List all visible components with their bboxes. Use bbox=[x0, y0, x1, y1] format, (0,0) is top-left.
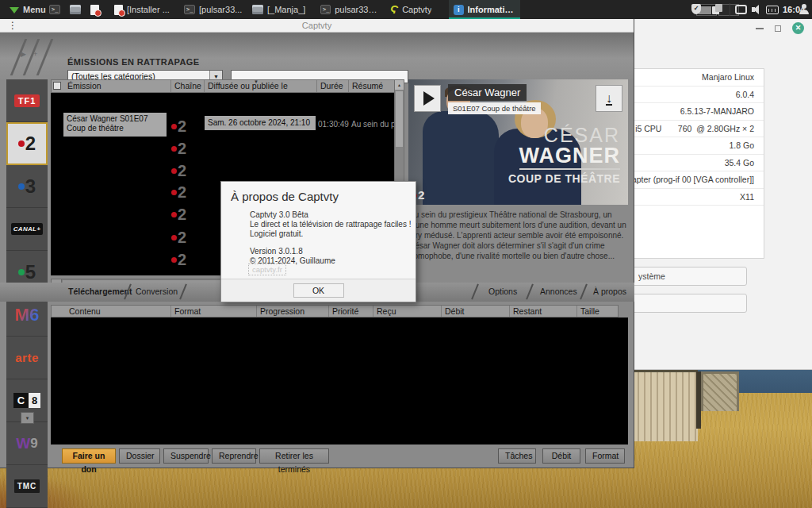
terminal-icon: >_ bbox=[320, 5, 331, 14]
shield-check-icon[interactable]: ✓ bbox=[691, 4, 701, 14]
channel-france2[interactable]: 2 bbox=[6, 122, 48, 165]
tab-conversion[interactable]: Conversion bbox=[136, 287, 178, 296]
tab-a-propos[interactable]: À propos bbox=[593, 287, 626, 296]
menu-label: Menu bbox=[23, 5, 46, 14]
dossier-button[interactable]: Dossier bbox=[119, 448, 160, 464]
channel-scroll-down-icon[interactable]: ▼ bbox=[21, 412, 34, 424]
show-list-header: Émission Chaîne Diffusée ou publiée le ▼… bbox=[51, 79, 404, 93]
column-priorite[interactable]: Priorité bbox=[328, 306, 373, 317]
channel-arte[interactable]: arte bbox=[6, 337, 48, 379]
tab-annonces[interactable]: Annonces bbox=[540, 287, 577, 296]
suspendre-button[interactable]: Suspendre bbox=[163, 448, 209, 464]
channel-w9[interactable]: W9 bbox=[6, 422, 48, 465]
column-contenu[interactable]: Contenu bbox=[66, 306, 170, 317]
downloads-list[interactable] bbox=[51, 318, 628, 444]
tab-options[interactable]: Options bbox=[488, 287, 517, 296]
volume-icon[interactable] bbox=[752, 5, 763, 14]
about-tagline: Le direct et la télévision de rattrapage… bbox=[250, 220, 411, 229]
plus-glyph-icon: + bbox=[33, 50, 37, 58]
show-title[interactable]: César Wagner S01E07 Coup de théâtre bbox=[63, 113, 167, 137]
m6-logo: M6 bbox=[15, 305, 40, 325]
close-button[interactable]: ✕ bbox=[792, 22, 804, 34]
scroll-up-icon[interactable]: ▲ bbox=[395, 80, 404, 90]
shed-wall bbox=[633, 370, 698, 441]
select-all-checkbox[interactable] bbox=[53, 82, 61, 90]
minimize-button[interactable] bbox=[756, 28, 764, 29]
dialog-title: À propos de Captvty bbox=[231, 190, 339, 203]
column-emission[interactable]: Émission bbox=[64, 80, 170, 92]
sort-icon: ▼ bbox=[254, 79, 259, 84]
channel-canalplus[interactable]: CANAL+ bbox=[6, 208, 48, 251]
restore-button[interactable] bbox=[775, 25, 781, 32]
table-row: 35.4 Go bbox=[634, 155, 764, 172]
france2-row-logo: 2 bbox=[171, 140, 186, 156]
task-pulsar-2[interactable]: >_ pulsar33@... bbox=[316, 0, 385, 19]
captvty-link[interactable]: captvty.fr bbox=[248, 264, 286, 275]
launcher-terminal[interactable]: >_ bbox=[44, 0, 65, 19]
tab-telechargement[interactable]: Téléchargement bbox=[68, 287, 132, 296]
play-icon bbox=[423, 91, 435, 106]
task-captvty[interactable]: Ϛ Captvty bbox=[385, 0, 446, 19]
file-manager-icon bbox=[252, 5, 263, 14]
show-duration: 01:30:49 bbox=[318, 120, 351, 129]
column-taille[interactable]: Taille bbox=[576, 306, 618, 317]
download-button[interactable]: ↓ bbox=[596, 85, 622, 112]
launcher-files[interactable] bbox=[65, 0, 86, 19]
terminal-icon: >_ bbox=[49, 5, 60, 14]
task-installer[interactable]: [Installer ... bbox=[109, 0, 179, 19]
scrollbar-thumb[interactable] bbox=[396, 91, 403, 147]
column-restant[interactable]: Restant bbox=[509, 306, 576, 317]
c8-logo: C bbox=[13, 393, 29, 408]
france3-logo: 3 bbox=[18, 177, 36, 196]
format-button[interactable]: Format bbox=[585, 448, 625, 464]
task-information[interactable]: i Informatio... bbox=[449, 0, 520, 19]
preview-title: César Wagner bbox=[448, 84, 527, 101]
preview-subtitle: S01E07 Coup de théâtre bbox=[448, 102, 541, 114]
taskbar: Menu >_ [Installer ... >_ [pulsar33... [… bbox=[0, 0, 812, 19]
reprendre-button[interactable]: Reprendre bbox=[212, 448, 256, 464]
column-chaine[interactable]: Chaîne bbox=[170, 80, 204, 92]
captvty-task-icon: Ϛ bbox=[390, 4, 398, 15]
channel-france3[interactable]: 3 bbox=[6, 165, 48, 208]
channel-tf1[interactable]: TF1 bbox=[6, 79, 48, 122]
tab-divider bbox=[179, 283, 187, 299]
task-pulsar-1[interactable]: >_ [pulsar33... bbox=[179, 0, 247, 19]
system-info-table: Manjaro Linux 6.0.4 6.5.13-7-MANJARO ore… bbox=[634, 68, 764, 259]
system-secondary-button[interactable] bbox=[634, 294, 747, 313]
menu-icon bbox=[10, 7, 19, 13]
launcher-editor[interactable] bbox=[86, 0, 104, 19]
task-manjaro-files[interactable]: [_Manja_] bbox=[247, 0, 312, 19]
france2-row-logo: 2 bbox=[171, 252, 186, 267]
retirer-termines-button[interactable]: Retirer les terminés bbox=[259, 448, 329, 464]
play-button[interactable] bbox=[414, 85, 441, 112]
column-diffusee[interactable]: Diffusée ou publiée le bbox=[204, 80, 316, 92]
shed-door bbox=[701, 371, 739, 411]
donate-button[interactable]: Faire un don bbox=[62, 448, 116, 464]
channel-tmc[interactable]: TMC bbox=[6, 465, 48, 508]
poster-title-text: CÉSAR WAGNER COUP DE THÉÂTRE bbox=[508, 125, 620, 185]
titlebar[interactable]: ⋮ Captvty bbox=[0, 19, 634, 33]
ok-button[interactable]: OK bbox=[293, 283, 344, 298]
desktop: ✕ Manjaro Linux 6.0.4 6.5.13-7-MANJARO o… bbox=[0, 0, 812, 508]
show-date: Sam. 26 octobre 2024, 21:10 bbox=[205, 116, 316, 130]
column-debit[interactable]: Débit bbox=[441, 306, 509, 317]
column-progression[interactable]: Progression bbox=[256, 306, 328, 317]
channel-sidebar: TF1 2 3 CANAL+ 5 M6 arte C8 bbox=[6, 79, 48, 465]
arte-logo: arte bbox=[15, 351, 39, 364]
clipboard-icon[interactable] bbox=[712, 4, 722, 14]
column-format[interactable]: Format bbox=[170, 306, 256, 317]
column-recu[interactable]: Reçu bbox=[373, 306, 441, 317]
keyboard-layout-icon[interactable] bbox=[766, 6, 779, 14]
window-tray-icon[interactable] bbox=[735, 5, 747, 14]
user-icon[interactable] bbox=[799, 4, 809, 14]
column-duree[interactable]: Durée bbox=[316, 80, 348, 92]
terminal-icon: >_ bbox=[184, 5, 195, 14]
table-row: Manjaro Linux bbox=[634, 69, 764, 87]
dialog-footer: OK bbox=[221, 279, 416, 302]
text-editor-icon bbox=[90, 5, 99, 15]
france2-row-logo: 2 bbox=[171, 229, 186, 245]
debit-button[interactable]: Débit bbox=[542, 448, 580, 464]
taches-button[interactable]: Tâches bbox=[498, 448, 536, 464]
system-copy-button[interactable]: ystème bbox=[634, 267, 747, 286]
table-row: ore™ i5 CPU 760 @ 2.80GHz × 2 bbox=[634, 121, 764, 138]
